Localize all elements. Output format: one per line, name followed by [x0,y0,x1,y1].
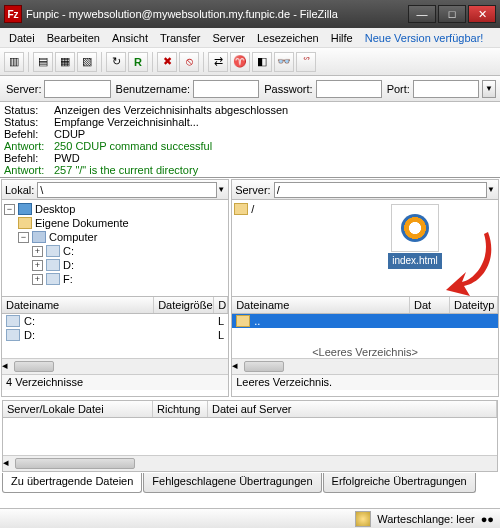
tab-to-transfer[interactable]: Zu übertragende Dateien [2,473,142,493]
qc-user-input[interactable] [193,80,259,98]
expander-icon[interactable]: − [4,204,15,215]
drive-icon [46,245,60,257]
disconnect-button[interactable]: ⦸ [179,52,199,72]
menu-update-hint[interactable]: Neue Version verfügbar! [360,30,489,46]
computer-icon [32,231,46,243]
remote-list-header[interactable]: Dateiname Dat Dateityp [232,296,498,314]
drive-icon [46,259,60,271]
drag-arrow-icon [444,230,492,296]
remote-tree[interactable]: / index.html [232,200,498,296]
folder-icon [234,203,248,215]
compare-button[interactable]: ◧ [252,52,272,72]
drag-file-name: index.html [388,253,442,269]
expander-icon[interactable]: + [32,246,43,257]
status-bullets: ●● [481,513,494,525]
quickconnect-bar: Server: Benutzername: Passwort: Port: ▼ [0,76,500,102]
local-tree[interactable]: −Desktop Eigene Dokumente −Computer +C: … [2,200,228,296]
drive-icon [6,315,20,327]
process-queue-button[interactable]: R [128,52,148,72]
queue-scrollbar[interactable]: ◂ [3,455,497,471]
local-path-input[interactable] [37,182,217,198]
drive-icon [46,273,60,285]
remote-pane: Server: ▼ / index.html Dateiname Dat Dat… [231,179,499,397]
window-title: Funpic - mywebsolution@mywebsolution.my.… [26,8,406,20]
remote-scrollbar[interactable]: ◂ [232,358,498,374]
menu-server[interactable]: Server [208,30,250,46]
folder-up-icon [236,315,250,327]
remote-path-input[interactable] [274,182,487,198]
remote-path-dropdown[interactable]: ▼ [487,185,495,194]
expander-icon[interactable]: + [32,260,43,271]
folder-icon [18,217,32,229]
local-scrollbar[interactable]: ◂ [2,358,228,374]
local-path-label: Lokal: [5,184,34,196]
expander-icon[interactable]: − [18,232,29,243]
list-item[interactable]: .. [232,314,498,328]
refresh-button[interactable]: ↻ [106,52,126,72]
sync-browse-button[interactable]: 👓 [274,52,294,72]
close-button[interactable]: ✕ [468,5,496,23]
desktop-icon [18,203,32,215]
tab-successful[interactable]: Erfolgreiche Übertragungen [323,473,476,493]
panes: Lokal: ▼ −Desktop Eigene Dokumente −Comp… [0,178,500,398]
site-manager-button[interactable]: ▥ [4,52,24,72]
remote-file-list[interactable]: .. <Leeres Verzeichnis> [232,314,498,358]
local-list-header[interactable]: Dateiname Dateigröße D [2,296,228,314]
queue-tabs: Zu übertragende Dateien Fehlgeschlagene … [0,473,500,493]
qc-dropdown-button[interactable]: ▼ [482,80,496,98]
tab-failed[interactable]: Fehlgeschlagene Übertragungen [143,473,321,493]
filter-button[interactable]: ♈ [230,52,250,72]
drive-icon [6,329,20,341]
maximize-button[interactable]: □ [438,5,466,23]
menu-transfer[interactable]: Transfer [155,30,206,46]
local-path-dropdown[interactable]: ▼ [217,185,225,194]
qc-port-input[interactable] [413,80,479,98]
queue-header[interactable]: Server/Lokale Datei Richtung Datei auf S… [2,400,498,418]
menubar: Datei Bearbeiten Ansicht Transfer Server… [0,28,500,48]
local-pane: Lokal: ▼ −Desktop Eigene Dokumente −Comp… [1,179,229,397]
drag-file-preview: index.html [388,204,442,269]
qc-pass-input[interactable] [316,80,382,98]
qc-pass-label: Passwort: [264,83,312,95]
toggle-tree-button[interactable]: ▦ [55,52,75,72]
remote-status: Leeres Verzeichnis. [232,374,498,390]
queue-status-text: Warteschlange: leer [377,513,474,525]
firefox-thumb-icon [391,204,439,252]
toggle-log-button[interactable]: ▤ [33,52,53,72]
queue-indicator-icon[interactable] [355,511,371,527]
search-button[interactable]: ᔥ [296,52,316,72]
toolbar: ▥ ▤ ▦ ▧ ↻ R ✖ ⦸ ⇄ ♈ ◧ 👓 ᔥ [0,48,500,76]
qc-port-label: Port: [387,83,410,95]
cancel-button[interactable]: ✖ [157,52,177,72]
local-status: 4 Verzeichnisse [2,374,228,390]
qc-server-label: Server: [6,83,41,95]
menu-lesezeichen[interactable]: Lesezeichen [252,30,324,46]
qc-server-input[interactable] [44,80,110,98]
app-icon: Fz [4,5,22,23]
remote-pathbar: Server: ▼ [232,180,498,200]
statusbar: Warteschlange: leer ●● [0,508,500,528]
local-file-list[interactable]: C:L D:L [2,314,228,358]
minimize-button[interactable]: — [408,5,436,23]
menu-bearbeiten[interactable]: Bearbeiten [42,30,105,46]
local-pathbar: Lokal: ▼ [2,180,228,200]
toggle-queue-button[interactable]: ▧ [77,52,97,72]
menu-datei[interactable]: Datei [4,30,40,46]
reconnect-button[interactable]: ⇄ [208,52,228,72]
empty-dir-text: <Leeres Verzeichnis> [232,346,498,358]
queue-body[interactable]: ◂ [2,418,498,472]
titlebar: Fz Funpic - mywebsolution@mywebsolution.… [0,0,500,28]
menu-hilfe[interactable]: Hilfe [326,30,358,46]
remote-path-label: Server: [235,184,270,196]
qc-user-label: Benutzername: [116,83,191,95]
expander-icon[interactable]: + [32,274,43,285]
menu-ansicht[interactable]: Ansicht [107,30,153,46]
message-log[interactable]: Status:Anzeigen des Verzeichnisinhalts a… [0,102,500,178]
window-buttons: — □ ✕ [406,5,496,23]
